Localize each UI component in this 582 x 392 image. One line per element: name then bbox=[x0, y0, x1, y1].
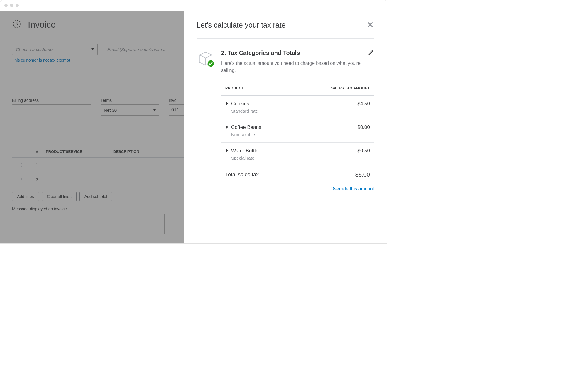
package-icon bbox=[197, 49, 215, 69]
edit-button[interactable] bbox=[368, 49, 374, 56]
product-name: Cookies bbox=[231, 101, 249, 107]
window-dot bbox=[4, 4, 8, 7]
divider bbox=[197, 38, 374, 39]
product-rate: Special rate bbox=[231, 156, 291, 160]
col-product-header: PRODUCT bbox=[221, 82, 295, 95]
col-tax-header: SALES TAX AMOUNT bbox=[295, 82, 374, 95]
close-button[interactable] bbox=[366, 21, 374, 30]
tax-row[interactable]: Water Bottle Special rate $0.50 bbox=[221, 143, 374, 166]
window-dot bbox=[10, 4, 13, 7]
tax-amount: $4.50 bbox=[295, 95, 374, 119]
total-value: $5.00 bbox=[295, 166, 374, 184]
tax-row[interactable]: Coffee Beans Non-taxable $0.00 bbox=[221, 119, 374, 143]
app-window: Invoice Choose a customer Email (Separat… bbox=[0, 11, 387, 244]
product-rate: Non-taxable bbox=[231, 132, 291, 137]
chevron-right-icon[interactable] bbox=[225, 125, 229, 130]
total-label: Total sales tax bbox=[221, 166, 295, 184]
window-dot bbox=[16, 4, 19, 7]
override-link[interactable]: Override this amount bbox=[330, 186, 374, 191]
section-title: 2. Tax Categories and Totals bbox=[221, 50, 300, 56]
product-name: Coffee Beans bbox=[231, 124, 261, 130]
tax-amount: $0.50 bbox=[295, 143, 374, 166]
chevron-right-icon[interactable] bbox=[225, 101, 229, 107]
chevron-right-icon[interactable] bbox=[225, 148, 229, 153]
section-description: Here's the actual amount you need to cha… bbox=[221, 60, 374, 74]
product-rate: Standard rate bbox=[231, 109, 291, 114]
panel-title: Let's calculate your tax rate bbox=[197, 21, 286, 29]
product-name: Water Bottle bbox=[231, 148, 258, 154]
tax-row[interactable]: Cookies Standard rate $4.50 bbox=[221, 95, 374, 119]
tax-amount: $0.00 bbox=[295, 119, 374, 143]
tax-rate-panel: Let's calculate your tax rate bbox=[184, 11, 387, 243]
tax-table: PRODUCT SALES TAX AMOUNT Cookies Sta bbox=[221, 82, 374, 183]
browser-chrome bbox=[0, 0, 387, 11]
